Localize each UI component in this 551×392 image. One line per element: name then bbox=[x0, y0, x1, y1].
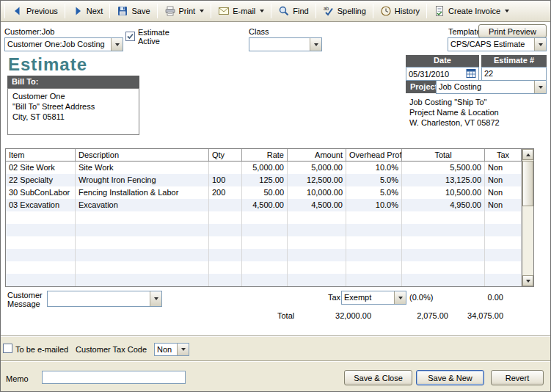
table-row[interactable]: 02 Site Work Site Work 5,000.00 5,000.00… bbox=[6, 161, 522, 174]
cell-qty[interactable] bbox=[209, 161, 242, 174]
total-grand: 34,075.00 bbox=[441, 311, 503, 320]
dropdown-button[interactable] bbox=[111, 38, 123, 51]
vertical-scrollbar[interactable] bbox=[522, 149, 533, 286]
cell-rate[interactable]: 125.00 bbox=[242, 174, 288, 186]
class-dropdown[interactable] bbox=[249, 37, 322, 51]
dropdown-button[interactable] bbox=[534, 81, 546, 93]
cell-tax[interactable]: Non bbox=[485, 186, 522, 199]
project-dropdown[interactable]: Job Costing bbox=[436, 80, 547, 94]
cell-description[interactable]: Wrought Iron Fencing bbox=[76, 174, 209, 186]
scroll-down-button[interactable] bbox=[522, 275, 533, 286]
dropdown-button[interactable] bbox=[150, 291, 161, 306]
ship-to-address[interactable]: Job Costing "Ship To" Project Name & Loc… bbox=[409, 97, 500, 128]
table-row-empty[interactable] bbox=[6, 261, 522, 274]
column-header-total: Total bbox=[402, 149, 485, 161]
cell-item[interactable]: 30 SubConLabor bbox=[6, 186, 76, 199]
chevron-down-icon[interactable] bbox=[505, 10, 509, 12]
cell-rate[interactable]: 4,500.00 bbox=[242, 199, 288, 211]
cell-qty[interactable]: 100 bbox=[209, 174, 242, 186]
scroll-up-button[interactable] bbox=[522, 149, 533, 160]
chevron-down-icon[interactable] bbox=[200, 10, 204, 12]
next-button[interactable]: Next bbox=[67, 2, 109, 20]
ship-to-line: Project Name & Location bbox=[409, 107, 500, 117]
cell-item[interactable]: 02 Site Work bbox=[6, 161, 76, 174]
to-be-emailed-checkbox[interactable] bbox=[3, 344, 12, 353]
estimate-active-checkbox[interactable] bbox=[125, 32, 135, 41]
arrow-down-icon bbox=[526, 280, 530, 283]
cell-item[interactable]: 03 Excavation bbox=[6, 199, 76, 211]
template-dropdown[interactable]: CPS/CAPS Estimate bbox=[448, 37, 547, 51]
find-button[interactable]: Find bbox=[273, 2, 313, 20]
print-preview-button[interactable]: Print Preview bbox=[478, 24, 547, 38]
date-field[interactable]: 05/31/2010 bbox=[406, 67, 479, 81]
cell-qty[interactable]: 200 bbox=[209, 186, 242, 199]
cell-item[interactable]: 22 Specialty bbox=[6, 174, 76, 186]
estimate-number-field[interactable]: 22 bbox=[481, 67, 547, 81]
date-value: 05/31/2010 bbox=[409, 70, 466, 79]
calendar-icon[interactable] bbox=[466, 68, 476, 80]
customer-message-dropdown[interactable] bbox=[47, 291, 162, 307]
spelling-button[interactable]: ab Spelling bbox=[318, 2, 371, 20]
cell-total[interactable]: 4,950.00 bbox=[402, 199, 485, 211]
print-button[interactable]: Print bbox=[159, 2, 210, 20]
cell-tax[interactable]: Non bbox=[485, 199, 522, 211]
cell-tax[interactable]: Non bbox=[485, 161, 522, 174]
revert-button[interactable]: Revert bbox=[491, 370, 544, 385]
memo-input[interactable] bbox=[42, 371, 186, 384]
dropdown-button[interactable] bbox=[177, 344, 189, 355]
save-label: Save bbox=[131, 7, 150, 15]
save-button[interactable]: Save bbox=[112, 2, 155, 20]
customer-job-dropdown[interactable]: Customer One:Job Costing bbox=[4, 37, 123, 51]
dropdown-button[interactable] bbox=[534, 38, 546, 51]
cell-overhead-profit[interactable]: 5.0% bbox=[346, 174, 402, 186]
cell-overhead-profit[interactable]: 10.0% bbox=[346, 199, 402, 211]
chevron-down-icon[interactable] bbox=[260, 10, 264, 12]
cell-description[interactable]: Site Work bbox=[76, 161, 209, 174]
cell-description[interactable]: Excavation bbox=[76, 199, 209, 211]
cell-amount[interactable]: 12,500.00 bbox=[288, 174, 346, 186]
table-row-empty[interactable] bbox=[6, 274, 522, 286]
cell-tax[interactable]: Non bbox=[485, 174, 522, 186]
checkmark-icon bbox=[126, 32, 134, 40]
cell-amount[interactable]: 5,000.00 bbox=[288, 161, 346, 174]
cell-total[interactable]: 10,500.00 bbox=[402, 186, 485, 199]
dropdown-button[interactable] bbox=[394, 291, 406, 304]
bill-to-line: Customer One bbox=[12, 91, 134, 101]
cell-overhead-profit[interactable]: 10.0% bbox=[346, 161, 402, 174]
table-row-empty[interactable] bbox=[6, 249, 522, 261]
cell-overhead-profit[interactable]: 5.0% bbox=[346, 186, 402, 199]
cell-rate[interactable]: 5,000.00 bbox=[242, 161, 288, 174]
create-invoice-button[interactable]: Create Invoice bbox=[428, 2, 514, 20]
table-row-empty[interactable] bbox=[6, 236, 522, 249]
cell-rate[interactable]: 50.00 bbox=[242, 186, 288, 199]
line-items-table: Item Description Qty Rate Amount Overhea… bbox=[5, 148, 534, 287]
save-new-button[interactable]: Save & New bbox=[416, 370, 484, 385]
table-row-empty[interactable] bbox=[6, 211, 522, 224]
email-button[interactable]: E-mail bbox=[213, 2, 269, 20]
scrollbar-thumb[interactable] bbox=[522, 161, 533, 206]
dropdown-button[interactable] bbox=[310, 38, 321, 51]
history-button[interactable]: History bbox=[375, 2, 425, 20]
table-row[interactable]: 03 Excavation Excavation 4,500.00 4,500.… bbox=[6, 199, 522, 211]
save-close-button[interactable]: Save & Close bbox=[344, 370, 412, 385]
toolbar-separator bbox=[65, 4, 65, 18]
cell-amount[interactable]: 4,500.00 bbox=[288, 199, 346, 211]
project-value: Job Costing bbox=[437, 81, 534, 93]
bill-to-address[interactable]: Customer One "Bill To" Street Address Ci… bbox=[7, 88, 139, 135]
cell-amount[interactable]: 10,000.00 bbox=[288, 186, 346, 199]
cell-total[interactable]: 5,500.00 bbox=[402, 161, 485, 174]
class-value bbox=[249, 38, 310, 51]
cell-qty[interactable] bbox=[209, 199, 242, 211]
previous-button[interactable]: Previous bbox=[7, 2, 63, 20]
toolbar-separator bbox=[157, 4, 158, 18]
customer-tax-code-dropdown[interactable]: Non bbox=[154, 343, 189, 356]
table-row[interactable]: 30 SubConLabor Fencing Installation & La… bbox=[6, 186, 522, 199]
customer-message-value bbox=[48, 291, 150, 306]
tax-dropdown[interactable]: Exempt bbox=[341, 291, 406, 305]
table-row-empty[interactable] bbox=[6, 224, 522, 236]
cell-description[interactable]: Fencing Installation & Labor bbox=[76, 186, 209, 199]
customer-job-value: Customer One:Job Costing bbox=[5, 38, 111, 51]
cell-total[interactable]: 13,125.00 bbox=[402, 174, 485, 186]
page-title: Estimate bbox=[8, 54, 87, 75]
table-row[interactable]: 22 Specialty Wrought Iron Fencing 100 12… bbox=[6, 174, 522, 186]
